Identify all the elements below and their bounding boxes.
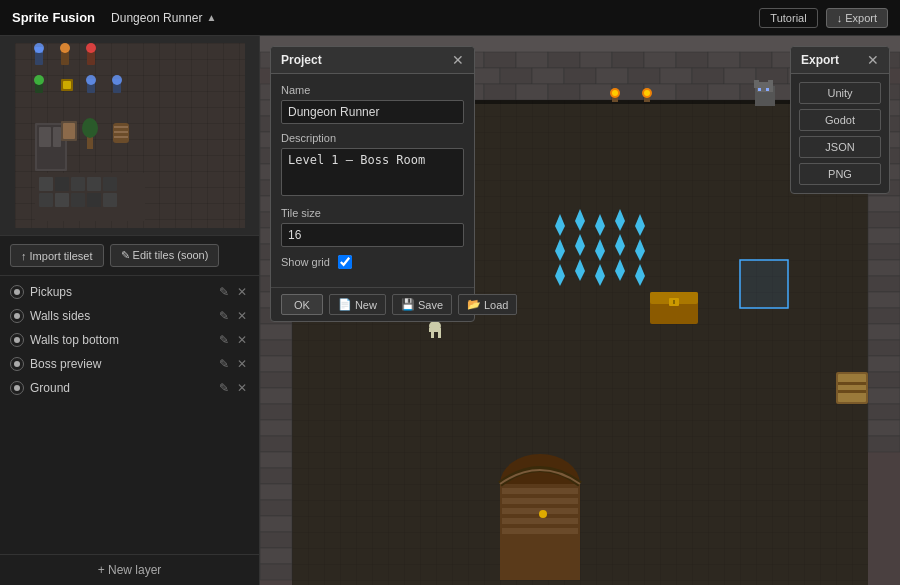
project-name-arrow: ▲ bbox=[206, 12, 216, 23]
layer-delete-walls-top-bottom[interactable]: ✕ bbox=[235, 333, 249, 347]
dialog-body: Name Description Level 1 – Boss Room Til… bbox=[271, 74, 474, 287]
dialog-name-input[interactable] bbox=[281, 100, 464, 124]
svg-rect-37 bbox=[71, 193, 85, 207]
canvas-area[interactable]: Project ✕ Name Description Level 1 – Bos… bbox=[260, 36, 900, 585]
svg-rect-34 bbox=[103, 177, 117, 191]
load-icon: 📂 bbox=[467, 298, 481, 311]
dialog-footer: OK 📄 New 💾 Save 📂 Load bbox=[271, 287, 474, 321]
export-png-button[interactable]: PNG bbox=[799, 163, 881, 185]
dialog-name-label: Name bbox=[281, 84, 464, 96]
svg-point-16 bbox=[112, 75, 122, 85]
layer-actions-boss-preview: ✎ ✕ bbox=[217, 357, 249, 371]
dialog-desc-textarea[interactable]: Level 1 – Boss Room bbox=[281, 148, 464, 196]
layer-delete-pickups[interactable]: ✕ bbox=[235, 285, 249, 299]
svg-point-10 bbox=[34, 75, 44, 85]
dialog-save-button[interactable]: 💾 Save bbox=[392, 294, 452, 315]
eye-inner-boss-preview bbox=[14, 361, 20, 367]
svg-rect-32 bbox=[71, 177, 85, 191]
layer-item-walls-sides[interactable]: Walls sides ✎ ✕ bbox=[0, 304, 259, 328]
layer-item-walls-top-bottom[interactable]: Walls top bottom ✎ ✕ bbox=[0, 328, 259, 352]
export-panel-title: Export bbox=[801, 53, 839, 67]
svg-rect-5 bbox=[61, 51, 69, 65]
new-icon: 📄 bbox=[338, 298, 352, 311]
dialog-close-button[interactable]: ✕ bbox=[452, 53, 464, 67]
dialog-show-grid-label: Show grid bbox=[281, 256, 330, 268]
export-unity-button[interactable]: Unity bbox=[799, 82, 881, 104]
export-panel: Export ✕ Unity Godot JSON PNG bbox=[790, 46, 890, 194]
layers-list: Pickups ✎ ✕ Walls sides ✎ ✕ bbox=[0, 276, 259, 554]
svg-rect-31 bbox=[55, 177, 69, 191]
layer-item-pickups[interactable]: Pickups ✎ ✕ bbox=[0, 280, 259, 304]
layer-edit-walls-top-bottom[interactable]: ✎ bbox=[217, 333, 231, 347]
dialog-tile-size-input[interactable] bbox=[281, 223, 464, 247]
tileset-preview bbox=[0, 36, 259, 236]
layer-delete-walls-sides[interactable]: ✕ bbox=[235, 309, 249, 323]
new-layer-button[interactable]: + New layer bbox=[0, 554, 259, 585]
svg-rect-33 bbox=[87, 177, 101, 191]
svg-rect-19 bbox=[39, 127, 51, 147]
svg-point-6 bbox=[60, 43, 70, 53]
dialog-tile-size-label: Tile size bbox=[281, 207, 464, 219]
dialog-show-grid-row: Show grid bbox=[281, 255, 464, 269]
layer-item-boss-preview[interactable]: Boss preview ✎ ✕ bbox=[0, 352, 259, 376]
layer-eye-ground[interactable] bbox=[10, 381, 24, 395]
main-content: ↑ Import tileset ✎ Edit tiles (soon) Pic… bbox=[0, 36, 900, 585]
export-json-button[interactable]: JSON bbox=[799, 136, 881, 158]
svg-rect-12 bbox=[63, 81, 71, 89]
layer-actions-walls-sides: ✎ ✕ bbox=[217, 309, 249, 323]
dialog-new-button[interactable]: 📄 New bbox=[329, 294, 386, 315]
project-name-button[interactable]: Dungeon Runner ▲ bbox=[111, 11, 216, 25]
svg-rect-35 bbox=[39, 193, 53, 207]
dialog-load-button[interactable]: 📂 Load bbox=[458, 294, 517, 315]
layer-name-walls-sides: Walls sides bbox=[30, 309, 211, 323]
layer-actions-pickups: ✎ ✕ bbox=[217, 285, 249, 299]
left-panel: ↑ Import tileset ✎ Edit tiles (soon) Pic… bbox=[0, 36, 260, 585]
eye-inner-walls-top-bottom bbox=[14, 337, 20, 343]
dialog-ok-button[interactable]: OK bbox=[281, 294, 323, 315]
layer-eye-walls-sides[interactable] bbox=[10, 309, 24, 323]
svg-rect-38 bbox=[87, 193, 101, 207]
export-options: Unity Godot JSON PNG bbox=[791, 74, 889, 193]
layer-edit-walls-sides[interactable]: ✎ bbox=[217, 309, 231, 323]
project-dialog: Project ✕ Name Description Level 1 – Bos… bbox=[270, 46, 475, 322]
dialog-header: Project ✕ bbox=[271, 47, 474, 74]
eye-inner-walls-sides bbox=[14, 313, 20, 319]
layer-actions-walls-top-bottom: ✎ ✕ bbox=[217, 333, 249, 347]
svg-rect-26 bbox=[114, 126, 128, 128]
import-tileset-button[interactable]: ↑ Import tileset bbox=[10, 244, 104, 267]
edit-tiles-button[interactable]: ✎ Edit tiles (soon) bbox=[110, 244, 220, 267]
layer-delete-boss-preview[interactable]: ✕ bbox=[235, 357, 249, 371]
layer-delete-ground[interactable]: ✕ bbox=[235, 381, 249, 395]
svg-point-14 bbox=[86, 75, 96, 85]
layer-name-walls-top-bottom: Walls top bottom bbox=[30, 333, 211, 347]
dialog-desc-label: Description bbox=[281, 132, 464, 144]
dialog-show-grid-checkbox[interactable] bbox=[338, 255, 352, 269]
tileset-grid[interactable] bbox=[15, 43, 245, 228]
export-button[interactable]: ↓ Export bbox=[826, 8, 888, 28]
layer-edit-ground[interactable]: ✎ bbox=[217, 381, 231, 395]
layer-edit-boss-preview[interactable]: ✎ bbox=[217, 357, 231, 371]
layer-name-boss-preview: Boss preview bbox=[30, 357, 211, 371]
svg-rect-20 bbox=[53, 127, 61, 147]
layer-eye-boss-preview[interactable] bbox=[10, 357, 24, 371]
dialog-overlay: Project ✕ Name Description Level 1 – Bos… bbox=[260, 36, 900, 585]
layer-eye-walls-top-bottom[interactable] bbox=[10, 333, 24, 347]
svg-rect-2 bbox=[35, 51, 43, 65]
layer-name-ground: Ground bbox=[30, 381, 211, 395]
export-godot-button[interactable]: Godot bbox=[799, 109, 881, 131]
layer-name-pickups: Pickups bbox=[30, 285, 211, 299]
export-panel-close-button[interactable]: ✕ bbox=[867, 53, 879, 67]
svg-point-8 bbox=[86, 43, 96, 53]
svg-rect-27 bbox=[114, 131, 128, 133]
tutorial-button[interactable]: Tutorial bbox=[759, 8, 817, 28]
layer-eye-pickups[interactable] bbox=[10, 285, 24, 299]
project-name-text: Dungeon Runner bbox=[111, 11, 202, 25]
eye-inner-ground bbox=[14, 385, 20, 391]
tileset-canvas bbox=[15, 43, 245, 228]
layer-item-ground[interactable]: Ground ✎ ✕ bbox=[0, 376, 259, 400]
save-icon: 💾 bbox=[401, 298, 415, 311]
layer-edit-pickups[interactable]: ✎ bbox=[217, 285, 231, 299]
header: Sprite Fusion Dungeon Runner ▲ Tutorial … bbox=[0, 0, 900, 36]
header-right: Tutorial ↓ Export bbox=[759, 8, 888, 28]
svg-rect-7 bbox=[87, 51, 95, 65]
